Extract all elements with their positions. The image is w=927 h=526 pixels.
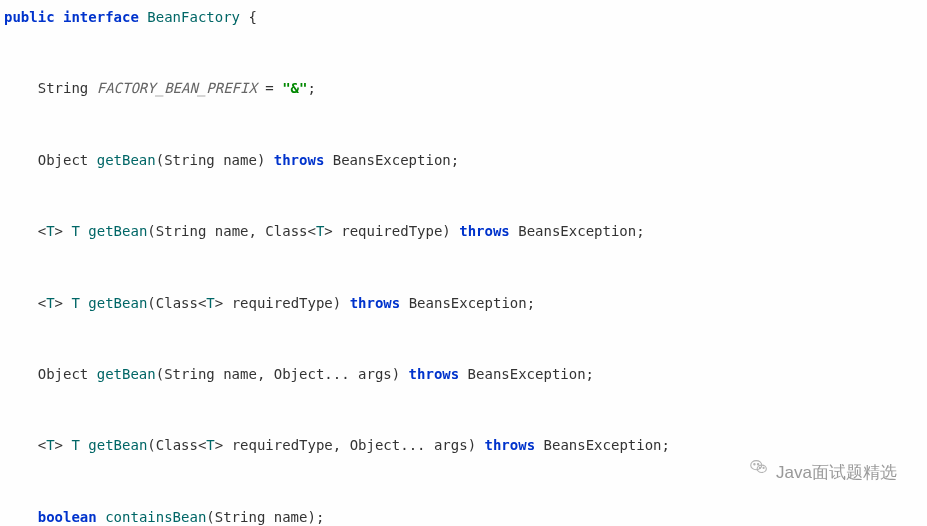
svg-point-2 — [754, 463, 755, 464]
line-5: Object getBean(String name) throws Beans… — [4, 152, 459, 168]
line-3: String FACTORY_BEAN_PREFIX = "&"; — [4, 80, 316, 96]
svg-point-5 — [763, 467, 764, 468]
svg-point-3 — [758, 463, 759, 464]
watermark: Java面试题精选 — [748, 451, 897, 494]
line-11: Object getBean(String name, Object... ar… — [4, 366, 594, 382]
line-9: <T> T getBean(Class<T> requiredType) thr… — [4, 295, 535, 311]
wechat-icon — [748, 451, 770, 494]
line-7: <T> T getBean(String name, Class<T> requ… — [4, 223, 645, 239]
line-15: boolean containsBean(String name); — [4, 509, 324, 525]
svg-point-4 — [759, 467, 760, 468]
line-1: public interface BeanFactory { — [4, 9, 257, 25]
watermark-text: Java面试题精选 — [776, 451, 897, 494]
line-13: <T> T getBean(Class<T> requiredType, Obj… — [4, 437, 670, 453]
